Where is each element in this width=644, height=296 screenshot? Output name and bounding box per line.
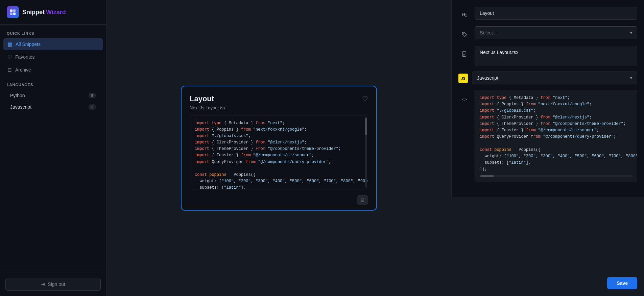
sidebar-item-label: Favorites: [15, 54, 35, 60]
languages-section: Languages Python 5 Javascript 3: [0, 76, 106, 116]
sidebar-item-label: Archive: [15, 67, 31, 73]
sidebar-item-favorites[interactable]: ♡ Favorites: [3, 51, 103, 63]
language-count: 3: [89, 104, 96, 110]
sidebar-item-all-snippets[interactable]: ▦ All Snippets: [3, 38, 103, 50]
languages-title: Languages: [7, 83, 99, 87]
tags-select[interactable]: Select...: [475, 26, 637, 39]
copy-icon: ⊡: [361, 197, 364, 203]
svg-rect-0: [10, 9, 13, 12]
app-name: SnippetWizard: [22, 9, 66, 16]
language-count: 5: [89, 93, 96, 98]
js-icon: JS: [458, 74, 468, 83]
svg-rect-1: [13, 9, 16, 12]
snippet-card-header: Layout ♡: [190, 95, 368, 103]
svg-point-4: [463, 33, 464, 34]
sidebar-item-label: All Snippets: [16, 42, 41, 47]
logo-icon: [7, 6, 19, 18]
code-hscrollbar-thumb: [480, 175, 494, 177]
language-item-javascript[interactable]: Javascript 3: [7, 102, 99, 112]
svg-rect-2: [10, 12, 13, 15]
sidebar-item-archive[interactable]: ⊟ Archive: [3, 64, 103, 76]
snippet-card-subtitle: Next Js Layout.tsx: [190, 105, 368, 110]
sidebar-footer: ⇥ Sign out: [0, 272, 106, 296]
app-logo: SnippetWizard: [0, 0, 106, 25]
heart-nav-icon: ♡: [7, 54, 12, 60]
language-select-wrapper: Javascript Python TypeScript CSS HTML ▼: [472, 72, 637, 84]
h1-label: H1: [462, 12, 467, 18]
snippet-card: Layout ♡ Next Js Layout.tsx import type …: [181, 86, 377, 211]
copy-button[interactable]: ⊡: [357, 195, 368, 205]
code-scrollbar-thumb: [365, 118, 367, 135]
h1-icon: H1: [458, 9, 471, 21]
tags-field-row: Select... ▼: [458, 26, 637, 41]
sidebar-nav: ▦ All Snippets ♡ Favorites ⊟ Archive: [0, 38, 106, 76]
code-editor[interactable]: import type { Metadata } from "next"; im…: [475, 90, 637, 182]
title-input[interactable]: [475, 7, 637, 20]
title-field-row: H1: [458, 7, 637, 21]
tags-select-wrapper: Select... ▼: [475, 26, 637, 39]
signout-icon: ⇥: [41, 281, 45, 287]
main-inner: Layout ♡ Next Js Layout.tsx import type …: [106, 0, 644, 296]
file-icon: [458, 48, 471, 60]
tag-icon: [458, 28, 471, 41]
code-field-row: <> import type { Metadata } from "next";…: [458, 90, 637, 182]
right-panel-container: H1 Select...: [451, 0, 644, 296]
language-select[interactable]: Javascript Python TypeScript CSS HTML: [472, 72, 637, 84]
code-icon: <>: [458, 93, 471, 105]
code-scrollbar-track: [365, 117, 367, 188]
filename-field-row: Next Js Layout.tsx: [458, 46, 637, 66]
snippet-card-title: Layout: [190, 95, 214, 103]
sidebar: SnippetWizard Quick Links ▦ All Snippets…: [0, 0, 106, 296]
code-brackets-icon: <>: [462, 97, 467, 102]
right-panel: H1 Select...: [451, 0, 644, 197]
svg-rect-5: [462, 52, 466, 56]
language-item-python[interactable]: Python 5: [7, 90, 99, 101]
filename-input[interactable]: Next Js Layout.tsx: [475, 46, 637, 66]
code-hscrollbar[interactable]: [480, 175, 632, 177]
main-content: Layout ♡ Next Js Layout.tsx import type …: [106, 0, 644, 296]
favorite-button[interactable]: ♡: [362, 95, 368, 103]
svg-rect-3: [13, 12, 16, 15]
grid-icon: ▦: [7, 41, 12, 47]
snippet-code-preview: import type { Metadata } from "next"; im…: [190, 115, 368, 189]
language-field-row: JS Javascript Python TypeScript CSS HTML…: [458, 72, 637, 84]
language-name: Python: [10, 93, 25, 98]
quick-links-title: Quick Links: [0, 25, 106, 38]
signout-label: Sign out: [48, 281, 65, 287]
language-name: Javascript: [10, 104, 31, 110]
center-panel: Layout ♡ Next Js Layout.tsx import type …: [106, 0, 451, 296]
archive-icon: ⊟: [7, 67, 12, 73]
sign-out-button[interactable]: ⇥ Sign out: [5, 278, 101, 291]
